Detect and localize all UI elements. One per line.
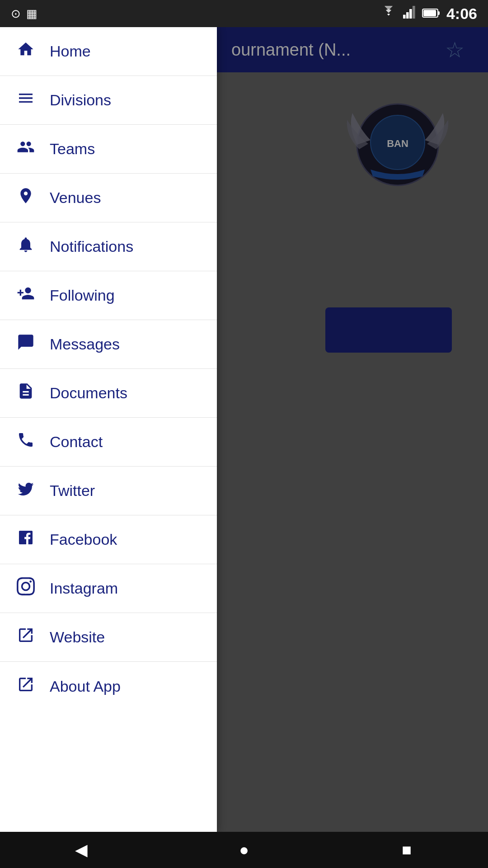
- home-button[interactable]: ●: [226, 832, 262, 868]
- nav-item-twitter[interactable]: Twitter: [0, 467, 217, 515]
- status-left-icons: ⊙ ▦: [11, 7, 38, 21]
- nav-item-teams[interactable]: Teams: [0, 125, 217, 174]
- about-app-icon: [14, 675, 37, 698]
- nav-item-home[interactable]: Home: [0, 27, 217, 76]
- nav-label-home: Home: [50, 42, 91, 60]
- nav-item-notifications[interactable]: Notifications: [0, 222, 217, 271]
- back-button[interactable]: ◀: [63, 832, 99, 868]
- nav-item-messages[interactable]: Messages: [0, 320, 217, 369]
- nav-label-twitter: Twitter: [50, 482, 95, 500]
- nav-item-divisions[interactable]: Divisions: [0, 76, 217, 125]
- svg-rect-1: [406, 12, 409, 19]
- bottom-navigation: ◀ ● ■: [0, 832, 488, 868]
- website-icon: [14, 626, 37, 648]
- contact-icon: [14, 431, 37, 453]
- home-icon: [14, 40, 37, 62]
- nav-label-messages: Messages: [50, 335, 120, 353]
- svg-rect-2: [409, 9, 412, 19]
- drawer-overlay[interactable]: [217, 27, 488, 832]
- following-icon: [14, 284, 37, 307]
- nav-item-documents[interactable]: Documents: [0, 369, 217, 418]
- recent-button[interactable]: ■: [389, 832, 425, 868]
- nav-item-facebook[interactable]: Facebook: [0, 515, 217, 564]
- nav-label-venues: Venues: [50, 189, 101, 207]
- divisions-icon: [14, 89, 37, 111]
- svg-rect-0: [403, 14, 406, 18]
- nav-item-instagram[interactable]: Instagram: [0, 564, 217, 613]
- nav-label-following: Following: [50, 287, 115, 304]
- nav-item-website[interactable]: Website: [0, 613, 217, 662]
- teams-icon: [14, 138, 37, 160]
- nav-label-facebook: Facebook: [50, 531, 117, 548]
- battery-icon: [422, 6, 440, 21]
- status-bar: ⊙ ▦ 4:06: [0, 0, 488, 27]
- facebook-icon: [14, 528, 37, 551]
- signal-icon: [403, 5, 416, 23]
- nav-label-website: Website: [50, 628, 105, 646]
- nav-item-contact[interactable]: Contact: [0, 418, 217, 467]
- svg-rect-6: [438, 11, 440, 15]
- nav-label-documents: Documents: [50, 384, 127, 402]
- nav-item-about-app[interactable]: About App: [0, 662, 217, 711]
- navigation-drawer: Home Divisions Teams Venues Notification…: [0, 27, 217, 832]
- nav-label-contact: Contact: [50, 433, 103, 451]
- documents-icon: [14, 382, 37, 404]
- sim-icon: ▦: [26, 7, 38, 21]
- svg-rect-5: [423, 10, 436, 16]
- instagram-icon: [14, 577, 37, 599]
- status-right-icons: 4:06: [380, 5, 477, 23]
- venues-icon: [14, 187, 37, 209]
- notifications-icon: [14, 236, 37, 258]
- nav-label-divisions: Divisions: [50, 91, 111, 109]
- circle-icon: ⊙: [11, 7, 21, 21]
- status-time: 4:06: [446, 5, 477, 23]
- twitter-icon: [14, 480, 37, 502]
- nav-item-following[interactable]: Following: [0, 271, 217, 320]
- nav-label-teams: Teams: [50, 140, 95, 158]
- nav-item-venues[interactable]: Venues: [0, 174, 217, 222]
- messages-icon: [14, 333, 37, 355]
- nav-label-about-app: About App: [50, 678, 121, 695]
- nav-label-notifications: Notifications: [50, 238, 133, 255]
- wifi-icon: [380, 6, 397, 22]
- svg-rect-3: [413, 6, 415, 19]
- nav-label-instagram: Instagram: [50, 580, 118, 597]
